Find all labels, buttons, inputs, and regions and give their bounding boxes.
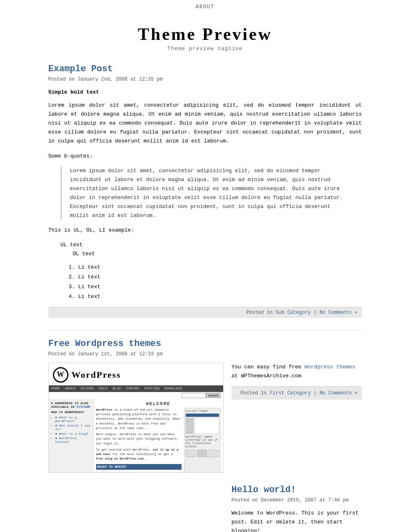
wp-screenshot-thumbnails [186,450,219,457]
post-wordpress-themes: Free Wordpress themes Posted on January … [48,339,362,473]
li-item-1: 1. Li text [69,263,362,272]
thumbnail-3 [209,450,219,457]
post-title-link-example[interactable]: Example Post [48,64,113,74]
post-two-col: W WordPress HOME ABOUT EXTEND DOCS BLOG … [48,363,362,473]
wp-theme-content [195,418,219,434]
post-right-text: You can easy find free Wordpress themes … [232,363,362,473]
bquotes-label: Some b-quotes: [48,152,362,161]
wp-nav-hosting[interactable]: HOSTING [142,385,162,392]
wp-search-button[interactable]: Search [206,393,220,398]
unordered-list: UL text OL text [61,241,362,258]
post-footer-example: Posted in Sub Category | No Comments » [48,307,362,318]
site-tagline: Theme preview tagline [0,46,410,52]
hello-text: Welcome to WordPress. This is your first… [232,509,362,532]
wp-sidebar-item-1: ◆ What is a WordPress? [55,416,91,423]
ul-item-1: UL text OL text [61,241,362,258]
wp-search-bar: Search [49,392,223,399]
ordered-list: 1. Li text 2. Li text 3. Li text 4. Li t… [69,263,362,301]
wordpress-themes-link[interactable]: Wordpress themes [305,364,355,370]
thumbnail-1 [186,450,196,457]
wp-desc: WordPress is a state-of-the-art semantic… [96,408,182,473]
post-title-link-hello[interactable]: Hello world! [232,485,296,495]
post-title-link-wp[interactable]: Free Wordpress themes [48,339,161,349]
bold-text-label: Simple bold text [48,88,362,97]
posted-in-wp: Posted in [240,390,267,396]
footer-separator: | [314,310,319,315]
post-hello-world: Hello world! Posted on December 26th, 20… [232,485,362,532]
right-text-suffix: at WPThemesArchive.com [232,373,302,379]
wp-logo: W [53,367,68,383]
li-item-2: 2. Li text [69,273,362,282]
wp-search-input[interactable] [182,393,206,398]
ol-parent-list: OL text [73,250,362,258]
post-meta-wp: Posted on January 1st, 2008 at 12:33 pm [48,351,362,357]
post-divider-1 [48,330,362,331]
post-meta-hello: Posted on December 26th, 2007 at 7:46 pm [232,497,362,503]
li-item-4: 4. Li text [69,292,362,301]
wp-sidebar-item-3: ◆ What is a blog? [55,432,91,436]
wp-main-inner: WordPress is a state-of-the-art semantic… [96,408,221,473]
wp-ready-link-1: ◆ Find a web host [96,471,139,473]
main-content: Example Post Posted on January 2nd, 2008… [24,64,386,532]
wp-nav-download[interactable]: DOWNLOAD [162,385,184,392]
wp-new-title: NEW TO WORDPRESS? [51,410,91,414]
wp-nav-home[interactable]: HOME [49,385,63,392]
ol-parent-item: OL text [73,250,362,258]
wp-desc-1: WordPress is a state-of-the-art semantic… [96,408,182,431]
wp-theme-preview: Current Theme WordPress' admin interface… [184,408,221,473]
wp-main-content: WELCOME WordPress is a state-of-the-art … [94,399,223,473]
thumbnail-2 [197,450,207,457]
post-title-example: Example Post [48,64,362,74]
wp-welcome-title: WELCOME [96,401,221,406]
posted-in-label: Posted in [246,310,273,315]
top-navigation: ABOUT [0,0,410,12]
post-blockquote: Lorem ipsum dolor sit amet, consectetur … [61,166,350,221]
post-title-wp: Free Wordpress themes [48,339,362,349]
wp-ready-title: READY TO BEGIN? [96,464,182,470]
post-hello-row: Hello world! Posted on December 26th, 20… [48,485,362,532]
wp-theme-body [186,418,219,434]
blockquote-text: Lorem ipsum dolor sit amet, consectetur … [70,168,343,219]
comments-link-wp[interactable]: No Comments » [320,390,358,396]
right-text-prefix: You can easy find free [232,364,305,370]
wp-nav-blog[interactable]: BLOG [110,385,124,392]
post-paragraph-1: Lorem ipsum dolor sit amet, consectetur … [48,101,362,146]
wp-sidebar-title: 6 WORDPRESS IS ALSO AVAILABLE IN РУССКИЙ [51,401,91,409]
category-link-example[interactable]: Sub Category [276,310,311,315]
wp-nav-docs[interactable]: DOCS [96,385,110,392]
wp-sidebar-item-4: ◆ WordPress Lessons [55,436,91,444]
post-content-hello: Welcome to WordPress. This is your first… [232,509,362,532]
wp-links-col: ◆ Find a web host ◆ Download and Install… [96,471,182,473]
category-link-wp[interactable]: First Category [270,390,311,396]
wp-mockup-sidebar: 6 WORDPRESS IS ALSO AVAILABLE IN РУССКИЙ… [49,399,94,473]
site-header: Theme Preview Theme preview tagline [0,12,410,56]
wp-screenshot: W WordPress HOME ABOUT EXTEND DOCS BLOG … [48,363,224,473]
wp-nav-bar: HOME ABOUT EXTEND DOCS BLOG FORUMS HOSTI… [49,385,223,392]
wp-theme-label: Current Theme [186,409,219,413]
wp-nav-extend[interactable]: EXTEND [78,385,96,392]
comments-link-example[interactable]: No Comments » [320,310,358,315]
wp-mockup-body: 6 WORDPRESS IS ALSO AVAILABLE IN РУССКИЙ… [49,399,223,473]
wp-admin-note: WordPress' admin interface is one of the… [186,435,219,448]
wp-sidebar-list: ◆ What is a WordPress? ◆ Who should I us… [55,416,91,444]
wp-themes-description: You can easy find free Wordpress themes … [232,363,362,381]
post-content-example: Simple bold text Lorem ipsum dolor sit a… [48,88,362,301]
post-meta-example: Posted on January 2nd, 2008 at 12:35 pm [48,77,362,82]
footer-sep-wp: | [314,390,319,396]
post-example: Example Post Posted on January 2nd, 2008… [48,64,362,318]
wp-sidebar-item-2: ◆ Who should I use it? [55,424,91,431]
wp-nav-forums[interactable]: FORUMS [124,385,142,392]
about-nav-link[interactable]: ABOUT [195,4,214,10]
wp-mockup-header: W WordPress [49,363,223,385]
post-title-hello: Hello world! [232,485,362,495]
wp-ready-links: ◆ Find a web host ◆ Download and Install… [96,471,139,473]
li-item-3: 3. Li text [69,282,362,291]
ul-ol-label: This is UL, OL, LI example: [48,226,362,235]
post-hello-left-space [48,485,224,532]
wp-brand-text: WordPress [72,370,121,380]
wp-nav-about[interactable]: ABOUT [62,385,78,392]
wp-ready-section: READY TO BEGIN? ◆ Find a web host ◆ Down… [96,464,182,473]
post-footer-wp: Posted in First Category | No Comments » [232,386,362,400]
site-title: Theme Preview [0,24,410,44]
wp-theme-bar [186,414,219,417]
